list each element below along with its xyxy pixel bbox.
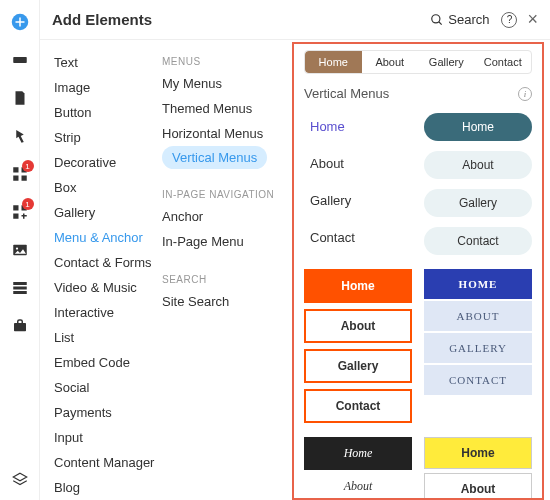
category-item[interactable]: Social	[54, 375, 162, 400]
vertical-menu-yellow[interactable]: Home About	[424, 437, 532, 500]
subcategory-item[interactable]: Horizontal Menus	[162, 121, 292, 146]
svg-rect-11	[13, 282, 27, 285]
svg-rect-6	[13, 205, 18, 210]
add-elements-panel: Add Elements Search ? × TextImageButtonS…	[40, 0, 550, 500]
cms-icon[interactable]	[10, 278, 30, 298]
section-header: Vertical Menus i	[304, 86, 532, 101]
hmenu-item: About	[362, 51, 419, 73]
category-item[interactable]: Embed Code	[54, 350, 162, 375]
hmenu-item: Home	[305, 51, 362, 73]
media-icon[interactable]	[10, 240, 30, 260]
vmenu-item: About	[304, 470, 412, 500]
category-item[interactable]: Video & Music	[54, 275, 162, 300]
vertical-menu-serif[interactable]: HOME ABOUT GALLERY CONTACT	[424, 269, 532, 423]
subcategory-list: MENUSMy MenusThemed MenusHorizontal Menu…	[162, 40, 292, 500]
vmenu-item: ABOUT	[424, 301, 532, 331]
panel-header: Add Elements Search ? ×	[40, 0, 550, 40]
layers-icon[interactable]	[10, 470, 30, 490]
vmenu-item: Contact	[424, 227, 532, 255]
category-list: TextImageButtonStripDecorativeBoxGallery…	[40, 40, 162, 500]
svg-rect-13	[13, 291, 27, 294]
subcategory-item[interactable]: In-Page Menu	[162, 229, 292, 254]
category-item[interactable]: Image	[54, 75, 162, 100]
help-button[interactable]: ?	[501, 12, 517, 28]
vmenu-item: Home	[304, 269, 412, 303]
svg-rect-14	[14, 323, 26, 331]
svg-rect-4	[13, 176, 18, 181]
info-icon[interactable]: i	[518, 87, 532, 101]
vmenu-item: About	[424, 473, 532, 500]
search-label: Search	[448, 12, 489, 27]
svg-rect-12	[13, 287, 27, 290]
apps-icon[interactable]: 1	[10, 164, 30, 184]
panel-body: TextImageButtonStripDecorativeBoxGallery…	[40, 40, 550, 500]
vmenu-item: About	[304, 309, 412, 343]
hmenu-item: Contact	[475, 51, 532, 73]
apps2-icon[interactable]: 1	[10, 202, 30, 222]
svg-rect-1	[13, 57, 27, 63]
vmenu-item: Gallery	[304, 349, 412, 383]
category-item[interactable]: Contact & Forms	[54, 250, 162, 275]
left-toolbar: 1 1	[0, 0, 40, 500]
vmenu-item: Home	[304, 437, 412, 470]
close-button[interactable]: ×	[527, 9, 538, 30]
horizontal-menu-preview[interactable]: Home About Gallery Contact	[304, 50, 532, 74]
vmenu-item: Contact	[304, 389, 412, 423]
category-item[interactable]: Box	[54, 175, 162, 200]
category-item[interactable]: Menu & Anchor	[54, 225, 162, 250]
subcategory-item[interactable]: My Menus	[162, 71, 292, 96]
svg-rect-8	[13, 214, 18, 219]
vertical-menu-orange[interactable]: Home About Gallery Contact	[304, 269, 412, 423]
category-item[interactable]: Text	[54, 50, 162, 75]
category-item[interactable]: Interactive	[54, 300, 162, 325]
vmenu-item: HOME	[424, 269, 532, 299]
panel-title: Add Elements	[52, 11, 430, 28]
category-item[interactable]: Button	[54, 100, 162, 125]
vmenu-item: About	[424, 151, 532, 179]
category-item[interactable]: Gallery	[54, 200, 162, 225]
svg-rect-5	[21, 176, 26, 181]
section-title: Vertical Menus	[304, 86, 518, 101]
search-button[interactable]: Search	[430, 12, 489, 27]
vertical-menu-dark[interactable]: Home About	[304, 437, 412, 500]
vmenu-item: About	[304, 150, 412, 177]
preview-area: Home About Gallery Contact Vertical Menu…	[292, 42, 544, 500]
subcategory-item[interactable]: Anchor	[162, 204, 292, 229]
subcategory-item[interactable]: Themed Menus	[162, 96, 292, 121]
subcategory-group-header: MENUS	[162, 50, 292, 71]
vmenu-item: Gallery	[304, 187, 412, 214]
subcategory-group-header: IN-PAGE NAVIGATION	[162, 183, 292, 204]
vmenu-item: Home	[424, 437, 532, 469]
subcategory-group-header: SEARCH	[162, 268, 292, 289]
vmenu-item: Contact	[304, 224, 412, 251]
category-item[interactable]: List	[54, 325, 162, 350]
vertical-menu-pills[interactable]: Home About Gallery Contact	[424, 113, 532, 255]
subcategory-item[interactable]: Site Search	[162, 289, 292, 314]
category-item[interactable]: Input	[54, 425, 162, 450]
category-item[interactable]: Strip	[54, 125, 162, 150]
svg-point-15	[432, 14, 440, 22]
page-icon[interactable]	[10, 88, 30, 108]
design-icon[interactable]	[10, 126, 30, 146]
business-icon[interactable]	[10, 316, 30, 336]
subcategory-item[interactable]: Vertical Menus	[162, 146, 267, 169]
add-icon[interactable]	[10, 12, 30, 32]
badge: 1	[22, 198, 34, 210]
category-item[interactable]: Content Manager	[54, 450, 162, 475]
vmenu-item: GALLERY	[424, 333, 532, 363]
vmenu-item: Gallery	[424, 189, 532, 217]
vmenu-item: CONTACT	[424, 365, 532, 395]
section-icon[interactable]	[10, 50, 30, 70]
category-item[interactable]: Payments	[54, 400, 162, 425]
category-item[interactable]: Blog	[54, 475, 162, 500]
vertical-menu-plain[interactable]: Home About Gallery Contact	[304, 113, 412, 255]
svg-rect-2	[13, 167, 18, 172]
search-icon	[430, 13, 444, 27]
category-item[interactable]: Decorative	[54, 150, 162, 175]
badge: 1	[22, 160, 34, 172]
svg-point-10	[15, 247, 17, 249]
vmenu-item: Home	[304, 113, 412, 140]
vmenu-item: Home	[424, 113, 532, 141]
hmenu-item: Gallery	[418, 51, 475, 73]
